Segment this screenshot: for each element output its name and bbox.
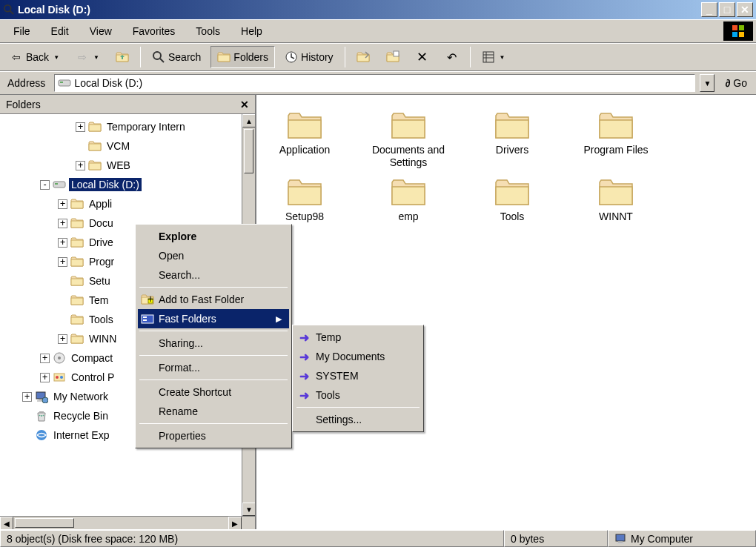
history-label: History <box>301 51 334 63</box>
collapse-icon[interactable]: - <box>40 180 50 190</box>
context-item-label: Temp <box>316 331 341 343</box>
scroll-down-icon[interactable]: ▼ <box>242 503 255 516</box>
folder-item[interactable]: Application <box>264 110 345 169</box>
context-menu-item[interactable]: ➜My Documents <box>295 347 421 366</box>
copyto-button[interactable] <box>379 46 406 68</box>
svg-point-21 <box>60 376 63 379</box>
scroll-thumb[interactable] <box>244 129 253 173</box>
ie-icon <box>35 428 48 442</box>
expand-icon[interactable]: + <box>40 373 50 382</box>
up-button[interactable] <box>109 46 136 68</box>
address-field[interactable]: Local Disk (D:) <box>54 74 695 92</box>
context-menu-item[interactable]: Search... <box>138 265 289 285</box>
menu-edit[interactable]: Edit <box>41 22 79 40</box>
context-menu-item[interactable]: ➜Temp <box>295 328 421 347</box>
context-submenu[interactable]: ➜Temp➜My Documents➜SYSTEM➜ToolsSettings.… <box>292 325 424 432</box>
scroll-up-icon[interactable]: ▲ <box>242 114 255 127</box>
maximize-button[interactable]: □ <box>719 2 735 17</box>
context-menu-item[interactable]: Open <box>138 246 289 265</box>
folder-item[interactable]: Documents and Settings <box>368 110 449 169</box>
expand-icon[interactable]: + <box>22 392 32 402</box>
windows-logo <box>723 21 753 41</box>
tree-label: Local Disk (D:) <box>69 178 142 191</box>
folders-title: Folders <box>6 99 240 110</box>
tree-scrollbar-horizontal[interactable]: ◀ ▶ <box>0 516 255 529</box>
search-button[interactable]: Search <box>145 46 208 68</box>
expand-icon[interactable]: + <box>58 238 67 248</box>
undo-button[interactable]: ↶ <box>439 46 465 68</box>
folder-item[interactable]: WINNT <box>575 176 657 223</box>
folder-item[interactable]: Setup98 <box>264 176 345 223</box>
folder-item[interactable]: Drivers <box>471 110 553 169</box>
svg-rect-26 <box>142 315 153 323</box>
tree-label: VCM <box>105 139 132 153</box>
cd-icon <box>53 351 66 365</box>
scroll-left-icon[interactable]: ◀ <box>0 517 13 529</box>
expand-icon[interactable]: + <box>58 219 67 228</box>
folders-button[interactable]: Folders <box>210 46 275 68</box>
context-menu-item[interactable]: ➜Tools <box>295 385 421 405</box>
menu-tools[interactable]: Tools <box>185 22 231 40</box>
folder-label: Documents and Settings <box>368 144 449 169</box>
menu-file[interactable]: File <box>3 22 41 40</box>
context-menu-item[interactable]: ➜SYSTEM <box>295 366 421 385</box>
context-item-label: Rename <box>159 405 198 417</box>
expand-icon[interactable]: + <box>58 199 67 209</box>
context-menu-item[interactable]: Fast Folders▶ <box>138 309 289 328</box>
expand-icon[interactable]: + <box>40 354 50 363</box>
folder-icon <box>88 120 102 133</box>
folder-label: WINNT <box>599 210 633 223</box>
context-menu[interactable]: ExploreOpenSearch...+Add to Fast FolderF… <box>135 224 292 448</box>
expand-icon[interactable]: + <box>76 122 85 132</box>
close-button[interactable]: ✕ <box>737 2 753 17</box>
context-item-label: Add to Fast Folder <box>159 294 244 305</box>
fastfolder-icon <box>141 312 154 325</box>
menu-help[interactable]: Help <box>231 22 273 40</box>
folders-close-button[interactable]: ✕ <box>240 99 249 110</box>
tree-item[interactable]: -Local Disk (D:) <box>0 175 255 194</box>
context-menu-item[interactable]: Explore <box>138 227 289 246</box>
folder-item[interactable]: Program Files <box>575 110 657 169</box>
arrow-icon: ➜ <box>299 388 309 402</box>
window-title: Local Disk (D:) <box>18 4 701 16</box>
minimize-button[interactable]: _ <box>701 2 717 17</box>
tree-item[interactable]: +Appli <box>0 194 255 213</box>
go-button[interactable]: ∂ Go <box>719 77 753 89</box>
context-menu-item[interactable]: Sharing... <box>138 334 289 353</box>
views-button[interactable]: ▼ <box>475 46 512 68</box>
history-button[interactable]: History <box>278 46 340 68</box>
scroll-right-icon[interactable]: ▶ <box>228 517 242 529</box>
context-menu-item[interactable]: Rename <box>138 402 289 421</box>
svg-point-22 <box>42 397 48 403</box>
folder-item[interactable]: Tools <box>471 176 553 223</box>
folder-item[interactable]: emp <box>368 176 449 223</box>
expand-icon[interactable]: + <box>58 334 67 344</box>
folder-label: Program Files <box>583 144 648 156</box>
tree-label: Tools <box>87 313 116 326</box>
context-menu-item[interactable]: Settings... <box>295 410 421 429</box>
forward-button[interactable]: ⇨ ▼ <box>69 46 106 68</box>
folder-icon <box>70 274 84 288</box>
context-menu-item[interactable]: Create Shortcut <box>138 382 289 402</box>
tree-label: Tem <box>87 294 110 307</box>
copyto-icon <box>386 50 399 64</box>
scroll-thumb[interactable] <box>15 518 74 528</box>
moveto-button[interactable] <box>350 46 377 68</box>
address-dropdown[interactable]: ▼ <box>700 74 714 92</box>
expand-icon[interactable]: + <box>58 257 67 267</box>
folders-label: Folders <box>233 51 268 63</box>
folder-icon <box>494 110 530 139</box>
context-menu-item[interactable]: +Add to Fast Folder <box>138 290 289 309</box>
context-menu-item[interactable]: Format... <box>138 358 289 377</box>
menu-favorites[interactable]: Favorites <box>122 22 186 40</box>
search-icon <box>152 50 165 64</box>
context-menu-item[interactable]: Properties <box>138 426 289 445</box>
delete-button[interactable]: ✕ <box>409 46 436 68</box>
menu-view[interactable]: View <box>79 22 122 40</box>
back-button[interactable]: ⇦ Back ▼ <box>3 46 66 68</box>
content-pane[interactable]: ApplicationDocuments and SettingsDrivers… <box>256 95 756 529</box>
expand-icon[interactable]: + <box>76 161 85 170</box>
tree-item[interactable]: +WEB <box>0 156 255 175</box>
tree-item[interactable]: +Temporary Intern <box>0 117 255 136</box>
tree-item[interactable]: VCM <box>0 136 255 156</box>
